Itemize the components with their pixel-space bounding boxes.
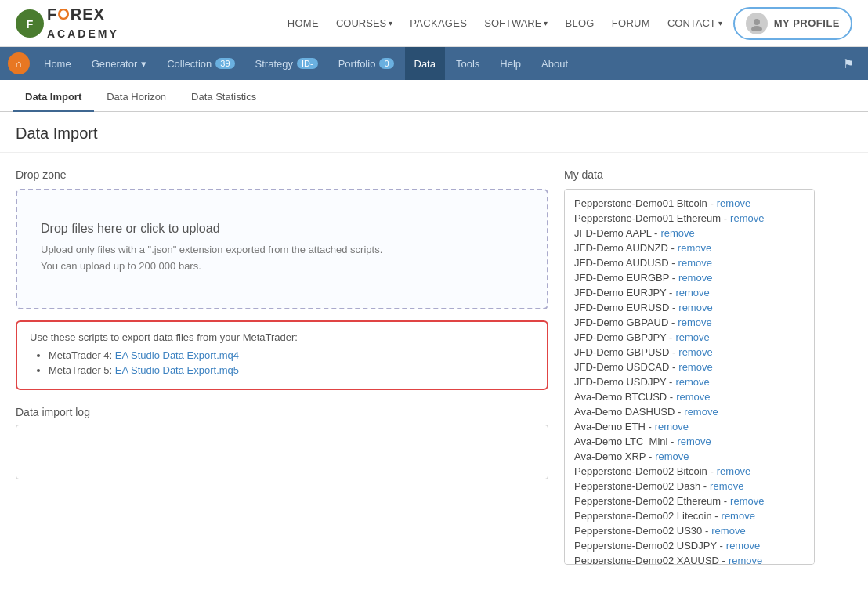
- my-data-title: My data: [564, 168, 815, 181]
- log-section-title: Data import log: [16, 406, 548, 418]
- remove-link[interactable]: remove: [722, 510, 755, 522]
- remove-link[interactable]: remove: [726, 540, 760, 552]
- list-item: JFD-Demo EURUSD - remove: [574, 300, 805, 315]
- remove-link[interactable]: remove: [678, 316, 711, 328]
- remove-link[interactable]: remove: [717, 465, 750, 477]
- remove-link[interactable]: remove: [730, 495, 764, 507]
- nav-software-btn[interactable]: SOFTWARE ▾: [478, 14, 554, 32]
- remove-link[interactable]: remove: [655, 421, 689, 432]
- list-item: JFD-Demo USDJPY - remove: [574, 374, 805, 389]
- remove-link[interactable]: remove: [675, 376, 709, 388]
- remove-link[interactable]: remove: [678, 302, 712, 313]
- courses-caret-icon: ▾: [389, 19, 392, 27]
- app-nav-generator[interactable]: Generator ▾: [82, 47, 157, 80]
- list-item: JFD-Demo AUDUSD - remove: [574, 255, 805, 270]
- remove-link[interactable]: remove: [678, 272, 712, 284]
- remove-link[interactable]: remove: [678, 242, 711, 254]
- list-item: JFD-Demo AAPL - remove: [574, 226, 805, 241]
- nav-courses-dropdown[interactable]: COURSES ▾: [330, 14, 399, 32]
- logo[interactable]: F FOREX ACADEMY: [16, 5, 119, 42]
- app-nav-collection[interactable]: Collection 39: [157, 47, 244, 80]
- app-nav-strategy[interactable]: Strategy ID-: [246, 47, 327, 80]
- list-item: JFD-Demo AUDNZD - remove: [574, 241, 805, 255]
- page-title: Data Import: [0, 112, 868, 153]
- tab-data-statistics[interactable]: Data Statistics: [179, 83, 269, 112]
- list-item: JFD-Demo GBPJPY - remove: [574, 330, 805, 345]
- home-icon: ⌂: [16, 58, 22, 70]
- my-profile-button[interactable]: MY PROFILE: [733, 7, 852, 40]
- drop-zone[interactable]: Drop files here or click to upload Uploa…: [16, 189, 548, 309]
- list-item: JFD-Demo GBPAUD - remove: [574, 315, 805, 330]
- mt5-link[interactable]: EA Studio Data Export.mq5: [115, 364, 239, 376]
- top-nav: F FOREX ACADEMY HOME COURSES ▾ PACKAGES …: [0, 0, 868, 47]
- scripts-box: Use these scripts to export data files f…: [16, 320, 548, 390]
- remove-link[interactable]: remove: [678, 361, 712, 373]
- remove-link[interactable]: remove: [730, 212, 764, 224]
- svg-point-2: [754, 19, 760, 25]
- app-nav-tools[interactable]: Tools: [447, 47, 489, 80]
- remove-link[interactable]: remove: [675, 331, 709, 343]
- remove-link[interactable]: remove: [676, 391, 710, 403]
- app-nav-home[interactable]: ⌂: [8, 52, 30, 74]
- list-item: Pepperstone-Demo02 XAUUSD - remove: [574, 553, 805, 565]
- avatar: [746, 13, 768, 34]
- app-nav-help[interactable]: Help: [490, 47, 530, 80]
- nav-packages[interactable]: PACKAGES: [403, 14, 473, 32]
- list-item: Pepperstone-Demo01 Bitcoin - remove: [574, 196, 805, 211]
- list-item: Pepperstone-Demo02 Bitcoin - remove: [574, 464, 805, 479]
- list-item: Pepperstone-Demo01 Ethereum - remove: [574, 211, 805, 226]
- nav-forum[interactable]: FORUM: [606, 14, 656, 32]
- script-mt5: MetaTrader 5: EA Studio Data Export.mq5: [49, 364, 534, 376]
- nav-contact-btn[interactable]: CONTACT ▾: [661, 14, 729, 32]
- remove-link[interactable]: remove: [710, 480, 743, 492]
- app-nav-about[interactable]: About: [532, 47, 577, 80]
- nav-home[interactable]: HOME: [281, 14, 325, 32]
- drop-zone-desc1: Upload only files with a ".json" extensi…: [41, 244, 523, 255]
- nav-blog[interactable]: BLOG: [559, 14, 600, 32]
- nav-contact-dropdown[interactable]: CONTACT ▾: [661, 14, 729, 32]
- drop-zone-title: Drop files here or click to upload: [41, 222, 523, 236]
- scripts-desc: Use these scripts to export data files f…: [30, 331, 534, 343]
- top-nav-links: HOME COURSES ▾ PACKAGES SOFTWARE ▾ BLOG …: [281, 7, 852, 40]
- mt4-link[interactable]: EA Studio Data Export.mq4: [115, 349, 239, 361]
- remove-link[interactable]: remove: [675, 287, 709, 298]
- software-caret-icon: ▾: [544, 19, 548, 27]
- tab-data-import[interactable]: Data Import: [13, 83, 94, 112]
- drop-zone-section-title: Drop zone: [16, 168, 548, 181]
- list-item: Ava-Demo XRP - remove: [574, 449, 805, 464]
- list-item: Pepperstone-Demo02 US30 - remove: [574, 523, 805, 538]
- tab-data-horizon[interactable]: Data Horizon: [94, 83, 179, 112]
- app-nav: ⌂ Home Generator ▾ Collection 39 Strateg…: [0, 47, 868, 80]
- drop-zone-desc2: You can upload up to 200 000 bars.: [41, 260, 523, 272]
- app-nav-portfolio[interactable]: Portfolio 0: [329, 47, 403, 80]
- remove-link[interactable]: remove: [655, 450, 689, 462]
- app-nav-data[interactable]: Data: [405, 47, 445, 80]
- remove-link[interactable]: remove: [660, 227, 694, 239]
- settings-icon[interactable]: ⚑: [837, 56, 860, 71]
- remove-link[interactable]: remove: [684, 406, 718, 418]
- contact-caret-icon: ▾: [718, 19, 722, 27]
- list-item: JFD-Demo GBPUSD - remove: [574, 345, 805, 360]
- remove-link[interactable]: remove: [717, 197, 750, 209]
- remove-link[interactable]: remove: [677, 436, 711, 447]
- list-item: JFD-Demo EURGBP - remove: [574, 270, 805, 285]
- left-panel: Drop zone Drop files here or click to up…: [16, 168, 548, 479]
- remove-link[interactable]: remove: [678, 257, 712, 269]
- nav-software-dropdown[interactable]: SOFTWARE ▾: [478, 14, 554, 32]
- sub-tabs: Data Import Data Horizon Data Statistics: [0, 83, 868, 112]
- list-item: Ava-Demo DASHUSD - remove: [574, 404, 805, 419]
- list-item: Ava-Demo ETH - remove: [574, 419, 805, 434]
- generator-caret-icon: ▾: [141, 58, 146, 70]
- scripts-list: MetaTrader 4: EA Studio Data Export.mq4 …: [30, 349, 534, 376]
- remove-link[interactable]: remove: [729, 555, 762, 565]
- svg-text:F: F: [27, 18, 34, 31]
- list-item: Pepperstone-Demo02 Ethereum - remove: [574, 494, 805, 508]
- log-box: [16, 425, 548, 479]
- svg-point-3: [751, 26, 762, 31]
- my-data-list: Pepperstone-Demo01 Bitcoin - removePeppe…: [564, 189, 815, 565]
- nav-courses-btn[interactable]: COURSES ▾: [330, 14, 399, 32]
- remove-link[interactable]: remove: [678, 346, 712, 358]
- app-nav-home-label[interactable]: Home: [34, 47, 81, 80]
- list-item: Pepperstone-Demo02 USDJPY - remove: [574, 538, 805, 553]
- remove-link[interactable]: remove: [711, 525, 745, 537]
